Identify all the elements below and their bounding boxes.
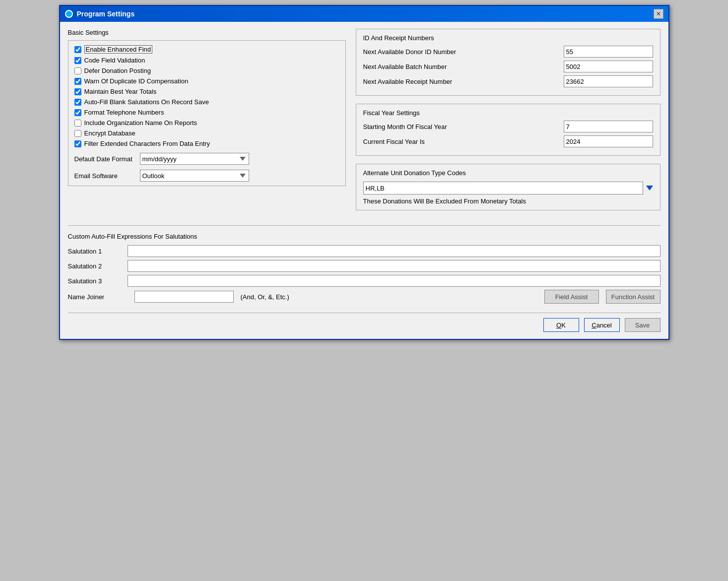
salutation-2-row: Salutation 2 <box>68 260 661 272</box>
enable-enhanced-find-checkbox[interactable] <box>74 46 81 53</box>
include-org-name-label: Include Organization Name On Reports <box>84 119 198 127</box>
window-title: Program Settings <box>77 10 135 18</box>
alt-donation-input-row <box>363 182 653 194</box>
code-field-validation-label: Code Field Validation <box>84 57 145 64</box>
salutation-1-label: Salutation 1 <box>68 248 128 255</box>
format-telephone-label: Format Telephone Numbers <box>84 109 164 116</box>
donor-id-row: Next Available Donor ID Number <box>363 46 653 58</box>
app-icon <box>65 10 73 18</box>
batch-number-label: Next Available Batch Number <box>363 63 564 70</box>
receipt-number-row: Next Available Receipt Number <box>363 75 653 87</box>
enable-enhanced-find-label: Enable Enhanced Find <box>84 45 153 54</box>
joiner-hint: (And, Or, &, Etc.) <box>241 293 537 301</box>
donor-id-label: Next Available Donor ID Number <box>363 48 564 56</box>
receipt-number-label: Next Available Receipt Number <box>363 78 564 85</box>
starting-month-input[interactable] <box>564 121 653 132</box>
title-bar: Program Settings ✕ <box>60 6 668 22</box>
alt-donation-area: These Donations Will Be Excluded From Mo… <box>363 182 653 205</box>
salutation-2-label: Salutation 2 <box>68 262 128 270</box>
auto-fill-salutations-label: Auto-Fill Blank Salutations On Record Sa… <box>84 98 209 106</box>
alt-donation-section: Alternate Unit Donation Type Codes These… <box>356 164 661 210</box>
name-joiner-row: Name Joiner (And, Or, &, Etc.) Field Ass… <box>68 290 661 304</box>
maintain-best-year-label: Maintain Best Year Totals <box>84 88 157 95</box>
salutation-3-input[interactable] <box>128 275 661 287</box>
warn-duplicate-id-label: Warn Of Duplicate ID Compensation <box>84 77 189 85</box>
code-field-validation-checkbox[interactable] <box>74 57 81 64</box>
checkbox-row-7: Format Telephone Numbers <box>74 108 339 117</box>
checkbox-row-9: Encrypt Database <box>74 129 339 137</box>
cancel-button[interactable]: Cancel <box>584 318 620 332</box>
checkbox-row-4: Warn Of Duplicate ID Compensation <box>74 77 339 85</box>
right-column: ID And Receipt Numbers Next Available Do… <box>356 29 661 218</box>
main-columns: Basic Settings Enable Enhanced Find Code… <box>68 29 661 218</box>
footer-buttons: OK Cancel Save <box>68 313 661 332</box>
batch-number-row: Next Available Batch Number <box>363 61 653 72</box>
salutation-2-input[interactable] <box>128 260 661 272</box>
email-software-select[interactable]: Outlook Gmail Other <box>140 170 249 182</box>
receipt-number-input[interactable] <box>564 75 653 87</box>
divider <box>68 225 661 226</box>
left-column: Basic Settings Enable Enhanced Find Code… <box>68 29 346 218</box>
id-receipt-title: ID And Receipt Numbers <box>363 34 653 42</box>
fiscal-year-section: Fiscal Year Settings Starting Month Of F… <box>356 104 661 156</box>
encrypt-database-label: Encrypt Database <box>84 129 135 137</box>
field-assist-button[interactable]: Field Assist <box>544 290 599 304</box>
defer-donation-posting-label: Defer Donation Posting <box>84 67 151 74</box>
cancel-underline: C <box>592 322 596 329</box>
starting-month-row: Starting Month Of Fiscal Year <box>363 121 653 132</box>
maintain-best-year-checkbox[interactable] <box>74 88 81 95</box>
checkbox-row-8: Include Organization Name On Reports <box>74 119 339 127</box>
checkbox-row-1: Enable Enhanced Find <box>74 45 339 54</box>
format-telephone-checkbox[interactable] <box>74 109 81 116</box>
function-assist-button[interactable]: Function Assist <box>606 290 661 304</box>
donor-id-input[interactable] <box>564 46 653 58</box>
alt-donation-title: Alternate Unit Donation Type Codes <box>363 169 653 177</box>
batch-number-input[interactable] <box>564 61 653 72</box>
filter-extended-chars-checkbox[interactable] <box>74 140 81 147</box>
salutation-1-input[interactable] <box>128 245 661 257</box>
basic-settings-title: Basic Settings <box>68 29 346 36</box>
program-settings-window: Program Settings ✕ Basic Settings Enable… <box>59 5 669 340</box>
checkbox-row-6: Auto-Fill Blank Salutations On Record Sa… <box>74 98 339 106</box>
arrow-down-icon <box>646 186 653 191</box>
fiscal-year-title: Fiscal Year Settings <box>363 109 653 117</box>
date-format-select[interactable]: mm/dd/yyyy dd/mm/yyyy yyyy/mm/dd <box>140 153 249 165</box>
checkbox-row-5: Maintain Best Year Totals <box>74 87 339 96</box>
current-fiscal-year-input[interactable] <box>564 135 653 147</box>
email-software-row: Email Software Outlook Gmail Other <box>74 170 339 182</box>
save-button[interactable]: Save <box>625 318 661 332</box>
salutations-section: Custom Auto-Fill Expressions For Salutat… <box>68 233 661 304</box>
checkbox-row-10: Filter Extended Characters From Data Ent… <box>74 139 339 148</box>
current-fiscal-year-row: Current Fiscal Year Is <box>363 135 653 147</box>
name-joiner-input[interactable] <box>134 291 234 303</box>
defer-donation-posting-checkbox[interactable] <box>74 67 81 74</box>
salutation-1-row: Salutation 1 <box>68 245 661 257</box>
name-joiner-label: Name Joiner <box>68 293 128 301</box>
filter-extended-chars-label: Filter Extended Characters From Data Ent… <box>84 140 210 147</box>
date-format-row: Default Date Format mm/dd/yyyy dd/mm/yyy… <box>74 153 339 165</box>
auto-fill-salutations-checkbox[interactable] <box>74 99 81 106</box>
main-content: Basic Settings Enable Enhanced Find Code… <box>60 22 668 339</box>
salutation-3-row: Salutation 3 <box>68 275 661 287</box>
checkbox-row-3: Defer Donation Posting <box>74 66 339 75</box>
ok-underline: O <box>556 322 561 329</box>
ok-button[interactable]: OK <box>543 318 579 332</box>
encrypt-database-checkbox[interactable] <box>74 130 81 137</box>
email-software-label: Email Software <box>74 172 134 180</box>
include-org-name-checkbox[interactable] <box>74 120 81 127</box>
warn-duplicate-id-checkbox[interactable] <box>74 78 81 85</box>
id-receipt-section: ID And Receipt Numbers Next Available Do… <box>356 29 661 96</box>
title-bar-left: Program Settings <box>65 10 135 18</box>
alt-donation-input[interactable] <box>363 182 643 194</box>
salutation-3-label: Salutation 3 <box>68 277 128 285</box>
basic-settings-box: Enable Enhanced Find Code Field Validati… <box>68 40 346 186</box>
current-fiscal-year-label: Current Fiscal Year Is <box>363 138 564 145</box>
checkbox-row-2: Code Field Validation <box>74 56 339 65</box>
salutations-title: Custom Auto-Fill Expressions For Salutat… <box>68 233 661 240</box>
excluded-text: These Donations Will Be Excluded From Mo… <box>363 197 653 205</box>
starting-month-label: Starting Month Of Fiscal Year <box>363 123 564 130</box>
alt-donation-arrow-button[interactable] <box>646 186 653 191</box>
close-button[interactable]: ✕ <box>654 9 663 19</box>
date-format-label: Default Date Format <box>74 155 134 163</box>
